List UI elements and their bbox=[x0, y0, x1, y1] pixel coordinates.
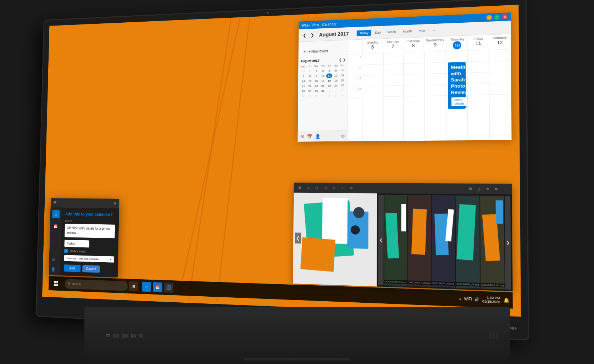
mini-cal-14[interactable]: 14 bbox=[300, 79, 306, 84]
taskbar-edge-icon[interactable]: e bbox=[142, 282, 151, 292]
taskbar-search[interactable]: 🔍 Search bbox=[65, 279, 128, 291]
mini-cal-18[interactable]: 18 bbox=[326, 78, 333, 83]
today-view-button[interactable]: Today bbox=[357, 30, 371, 36]
monday-slot-4[interactable] bbox=[383, 86, 403, 97]
thumbnail-2[interactable]: DOCUMENT_02.png bbox=[408, 195, 431, 287]
photo-rotate-icon[interactable]: ↻ bbox=[484, 185, 491, 192]
monday-slot-2[interactable] bbox=[383, 64, 403, 75]
mini-cal-10[interactable]: 10 bbox=[320, 74, 326, 78]
thu-slot-1[interactable] bbox=[446, 51, 467, 62]
mini-cal-30[interactable]: 30 bbox=[313, 89, 319, 93]
mini-cal-26[interactable]: 26 bbox=[333, 83, 339, 88]
mini-cal-sep6[interactable]: 6 bbox=[313, 94, 319, 98]
sat-slot-1[interactable] bbox=[489, 49, 511, 61]
mini-cal-sep1[interactable]: 1 bbox=[326, 88, 333, 93]
start-button[interactable] bbox=[51, 278, 61, 289]
mini-cal-23[interactable]: 23 bbox=[313, 84, 319, 88]
mini-cal-13[interactable]: 13 bbox=[339, 73, 346, 78]
cortana-settings-icon[interactable]: ⚙ bbox=[50, 256, 57, 263]
mini-cal-prev[interactable]: ❮ bbox=[339, 58, 342, 62]
taskbar-up-arrow-icon[interactable]: ▲ bbox=[459, 297, 462, 300]
day-view-button[interactable]: Day bbox=[372, 29, 384, 35]
cortana-user-icon[interactable]: 👤 bbox=[50, 266, 56, 273]
mini-cal-sep10[interactable]: 10 bbox=[339, 93, 346, 98]
sat-slot-4[interactable] bbox=[490, 83, 511, 95]
mini-cal-8[interactable]: 8 bbox=[307, 74, 313, 79]
mini-cal-20[interactable]: 20 bbox=[339, 78, 346, 83]
thumbnail-4[interactable]: DOCUMENT_04.png bbox=[456, 195, 480, 289]
mini-cal-4[interactable]: 4 bbox=[326, 68, 333, 73]
mini-cal-31b[interactable]: 31 bbox=[320, 89, 326, 93]
tuesday-slot-3[interactable] bbox=[404, 74, 424, 85]
sat-slot-3[interactable] bbox=[489, 72, 511, 84]
mini-cal-19[interactable]: 19 bbox=[333, 78, 339, 83]
calendar-icon[interactable]: 📅 bbox=[307, 134, 312, 139]
calendar-event-card[interactable]: Meeting with Sarah Photo Review More det… bbox=[448, 62, 466, 109]
photo-tool-6[interactable]: / bbox=[340, 185, 346, 191]
sunday-slot-1[interactable] bbox=[363, 54, 383, 65]
month-view-button[interactable]: Month bbox=[400, 28, 415, 34]
photo-share-icon[interactable]: △ bbox=[476, 185, 483, 192]
mini-cal-31[interactable]: 31 bbox=[300, 69, 306, 74]
cortana-calendar-dropdown[interactable]: Calendar - Mail and Calendar ▾ bbox=[64, 255, 114, 262]
more-view-button[interactable]: ··· bbox=[429, 27, 438, 33]
minimize-button[interactable]: ─ bbox=[487, 15, 492, 20]
settings-icon[interactable]: ⚙ bbox=[341, 134, 345, 139]
mini-cal-24[interactable]: 24 bbox=[320, 84, 326, 88]
mini-cal-1[interactable]: 1 bbox=[307, 69, 313, 74]
fri-slot-4[interactable] bbox=[468, 84, 489, 95]
wed-slot-4[interactable] bbox=[425, 85, 446, 96]
mini-cal-sep7[interactable]: 7 bbox=[320, 94, 326, 98]
wed-slot-1[interactable] bbox=[425, 51, 446, 63]
event-more-details-button[interactable]: More details bbox=[451, 97, 468, 107]
mini-cal-27[interactable]: 27 bbox=[339, 83, 346, 88]
mini-cal-2[interactable]: 2 bbox=[313, 69, 319, 73]
photo-tool-1[interactable]: ⊞ bbox=[296, 184, 303, 191]
cortana-calendar-nav-icon[interactable]: 📅 bbox=[52, 222, 59, 230]
mini-cal-25[interactable]: 25 bbox=[326, 83, 333, 88]
cortana-date-field[interactable]: Today bbox=[64, 240, 89, 248]
cortana-cancel-button[interactable]: Cancel bbox=[82, 265, 100, 273]
fri-slot-1[interactable] bbox=[468, 50, 489, 62]
mini-cal-16[interactable]: 16 bbox=[313, 79, 319, 83]
photo-grid-icon[interactable]: ⊞ bbox=[467, 185, 474, 192]
mini-cal-sep5[interactable]: 5 bbox=[307, 94, 313, 99]
mini-cal-9[interactable]: 9 bbox=[313, 74, 319, 78]
volume-icon[interactable]: 🔊 bbox=[474, 297, 479, 301]
maximize-button[interactable]: □ bbox=[494, 15, 500, 20]
photo-tool-3[interactable]: ⬡ bbox=[313, 185, 320, 191]
thumbnail-5[interactable]: DOCUMENT_05.png bbox=[480, 196, 505, 289]
tuesday-slot-1[interactable] bbox=[404, 52, 424, 64]
mini-cal-sep8[interactable]: 8 bbox=[326, 93, 333, 98]
new-event-button[interactable]: + + New event bbox=[300, 45, 346, 56]
wifi-icon[interactable]: WiFi bbox=[464, 297, 472, 301]
cortana-home-icon[interactable]: ⌂ bbox=[52, 210, 60, 218]
fri-slot-2[interactable] bbox=[468, 61, 489, 73]
thumb-nav-left[interactable]: ❮ bbox=[378, 195, 384, 285]
mail-icon[interactable]: ✉ bbox=[301, 134, 304, 139]
wed-slot-3[interactable] bbox=[425, 74, 446, 85]
photo-tool-7[interactable]: ✏ bbox=[348, 185, 355, 191]
mini-cal-sep2[interactable]: 2 bbox=[333, 88, 339, 93]
photo-tool-2[interactable]: △ bbox=[305, 185, 311, 191]
tuesday-slot-2[interactable] bbox=[404, 63, 424, 74]
taskbar-clock[interactable]: 1:30 PM 01/18/2020 bbox=[482, 296, 500, 304]
taskbar-cortana-icon[interactable] bbox=[164, 282, 174, 293]
taskbar-calendar-icon[interactable]: 📅 bbox=[153, 282, 162, 292]
week-view-button[interactable]: Week bbox=[384, 29, 399, 35]
monday-slot-3[interactable] bbox=[383, 75, 403, 86]
mini-cal-sep3[interactable]: 3 bbox=[339, 88, 346, 93]
mini-cal-21[interactable]: 21 bbox=[300, 84, 306, 89]
mini-cal-sep4[interactable]: 4 bbox=[300, 94, 306, 99]
fri-slot-3[interactable] bbox=[468, 72, 489, 84]
cal-back-button[interactable]: ❮ bbox=[301, 32, 308, 39]
mini-cal-12[interactable]: 12 bbox=[333, 73, 339, 78]
mini-cal-7[interactable]: 7 bbox=[300, 74, 306, 79]
monday-slot-1[interactable] bbox=[383, 53, 403, 64]
taskview-button[interactable]: ⊟ bbox=[129, 281, 138, 291]
people-icon[interactable]: 👤 bbox=[315, 134, 321, 139]
hamburger-menu-icon[interactable]: ☰ bbox=[53, 201, 57, 205]
mini-cal-3[interactable]: 3 bbox=[320, 68, 326, 73]
photo-more-icon[interactable]: ··· bbox=[501, 186, 509, 192]
mini-cal-sep9[interactable]: 9 bbox=[333, 93, 339, 98]
